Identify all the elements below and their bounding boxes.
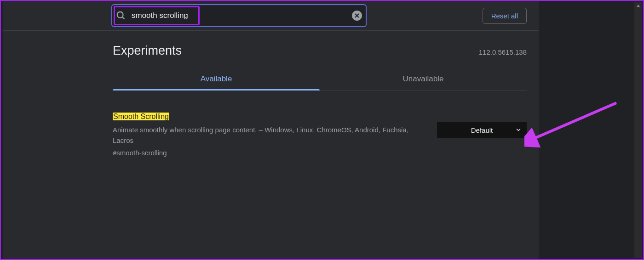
header-divider bbox=[3, 30, 539, 31]
flag-row: Smooth Scrolling Animate smoothly when s… bbox=[113, 113, 527, 157]
flag-description: Animate smoothly when scrolling page con… bbox=[113, 124, 419, 146]
svg-marker-4 bbox=[637, 5, 640, 7]
search-icon bbox=[116, 11, 126, 21]
svg-line-6 bbox=[531, 103, 616, 140]
flag-dropdown-value: Default bbox=[471, 126, 493, 134]
tabs: Available Unavailable bbox=[113, 74, 527, 90]
reset-all-button[interactable]: Reset all bbox=[483, 8, 527, 24]
svg-point-0 bbox=[117, 12, 123, 18]
annotation-arrow bbox=[524, 98, 621, 149]
search-container bbox=[111, 6, 367, 26]
svg-line-1 bbox=[122, 17, 125, 19]
clear-search-button[interactable] bbox=[352, 11, 362, 21]
chevron-down-icon bbox=[516, 126, 521, 134]
flag-title: Smooth Scrolling bbox=[113, 113, 169, 120]
scroll-up-button[interactable] bbox=[634, 2, 642, 10]
tab-unavailable[interactable]: Unavailable bbox=[320, 74, 527, 90]
top-bar: Reset all bbox=[3, 6, 539, 26]
version-label: 112.0.5615.138 bbox=[479, 48, 527, 56]
search-box[interactable] bbox=[111, 6, 367, 26]
search-input[interactable] bbox=[132, 11, 352, 20]
page-title: Experiments bbox=[113, 44, 182, 58]
main-content: Experiments 112.0.5615.138 Available Una… bbox=[3, 44, 539, 157]
flag-anchor-link[interactable]: #smooth-scrolling bbox=[113, 149, 167, 157]
tab-available[interactable]: Available bbox=[113, 74, 320, 90]
vertical-scrollbar[interactable] bbox=[634, 2, 642, 258]
flag-dropdown[interactable]: Default bbox=[437, 122, 527, 138]
